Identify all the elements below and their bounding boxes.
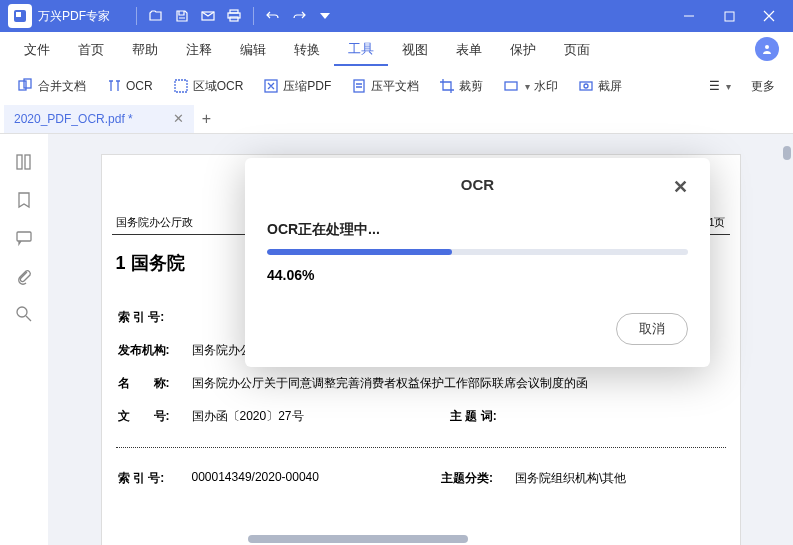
menu-item-7[interactable]: 视图: [388, 35, 442, 65]
merge-icon: [18, 78, 34, 94]
menu-item-10[interactable]: 页面: [550, 35, 604, 65]
table-row: 名 称:国务院办公厅关于同意调整完善消费者权益保护工作部际联席会议制度的函: [112, 367, 730, 400]
mail-icon[interactable]: [195, 3, 221, 29]
menu-item-8[interactable]: 表单: [442, 35, 496, 65]
titlebar: 万兴PDF专家: [0, 0, 793, 32]
attachment-icon[interactable]: [14, 266, 34, 286]
divider: [136, 7, 137, 25]
cell: 国办函〔2020〕27号: [186, 400, 445, 433]
label: 压缩PDF: [283, 78, 331, 95]
label: OCR: [126, 79, 153, 93]
status-text: OCR正在处理中...: [267, 221, 688, 239]
svg-rect-17: [25, 155, 30, 169]
svg-rect-14: [580, 82, 592, 90]
close-button[interactable]: [749, 0, 789, 32]
label: 更多: [751, 78, 775, 95]
menubar: 文件首页帮助注释编辑转换工具视图表单保护页面: [0, 32, 793, 68]
cell: [518, 400, 729, 433]
cell: 主题分类:: [435, 462, 509, 495]
metadata-table: 索 引 号:000014349/2020-00040主题分类:国务院组织机构\其…: [112, 462, 730, 495]
cell: 000014349/2020-00040: [186, 462, 435, 495]
horizontal-scrollbar[interactable]: [248, 535, 468, 543]
svg-rect-18: [17, 232, 31, 241]
svg-rect-8: [19, 81, 26, 90]
svg-point-7: [765, 45, 769, 49]
cancel-button[interactable]: 取消: [616, 313, 688, 345]
ocr-button[interactable]: OCR: [98, 74, 161, 98]
page-header-left: 国务院办公厅政: [116, 215, 193, 230]
document-tab[interactable]: 2020_PDF_OCR.pdf * ✕: [4, 105, 194, 133]
menu-item-5[interactable]: 转换: [280, 35, 334, 65]
label: 水印: [534, 78, 558, 95]
svg-rect-6: [725, 12, 734, 21]
merge-button[interactable]: 合并文档: [10, 74, 94, 99]
save-icon[interactable]: [169, 3, 195, 29]
app-name: 万兴PDF专家: [38, 8, 110, 25]
more-button[interactable]: 更多: [743, 74, 783, 99]
label: 裁剪: [459, 78, 483, 95]
table-row: 文 号:国办函〔2020〕27号主 题 词:: [112, 400, 730, 433]
minimize-button[interactable]: [669, 0, 709, 32]
menu-item-4[interactable]: 编辑: [226, 35, 280, 65]
toolbar-menu-button[interactable]: ☰▾: [701, 75, 739, 97]
undo-icon[interactable]: [260, 3, 286, 29]
area-ocr-button[interactable]: 区域OCR: [165, 74, 252, 99]
cell: 发布机构:: [112, 334, 186, 367]
vertical-scrollbar[interactable]: [783, 146, 791, 160]
thumbnails-icon[interactable]: [14, 152, 34, 172]
watermark-icon: [503, 78, 519, 94]
label: 区域OCR: [193, 78, 244, 95]
menu-item-6[interactable]: 工具: [334, 34, 388, 66]
svg-point-19: [17, 307, 27, 317]
app-logo: [8, 4, 32, 28]
divider: [253, 7, 254, 25]
menu-item-2[interactable]: 帮助: [118, 35, 172, 65]
close-icon[interactable]: ✕: [173, 111, 184, 126]
search-icon[interactable]: [14, 304, 34, 324]
close-icon[interactable]: ✕: [673, 176, 688, 198]
comment-icon[interactable]: [14, 228, 34, 248]
cell: 索 引 号:: [112, 301, 186, 334]
cell: 索 引 号:: [112, 462, 186, 495]
menu-icon: ☰: [709, 79, 720, 93]
print-icon[interactable]: [221, 3, 247, 29]
progress-bar: [267, 249, 688, 255]
svg-rect-10: [175, 80, 187, 92]
svg-point-15: [584, 84, 588, 88]
chevron-down-icon: ▾: [726, 81, 731, 92]
toolbar: 合并文档 OCR 区域OCR 压缩PDF 压平文档 裁剪 ▾ 水印 截屏 ☰▾ …: [0, 68, 793, 104]
menu-item-0[interactable]: 文件: [10, 35, 64, 65]
ocr-icon: [106, 78, 122, 94]
open-icon[interactable]: [143, 3, 169, 29]
bookmark-icon[interactable]: [14, 190, 34, 210]
menu-item-1[interactable]: 首页: [64, 35, 118, 65]
compress-icon: [263, 78, 279, 94]
more-icon[interactable]: [312, 3, 338, 29]
avatar[interactable]: [755, 37, 779, 61]
side-panel: [0, 134, 48, 545]
label: 合并文档: [38, 78, 86, 95]
flatten-button[interactable]: 压平文档: [343, 74, 427, 99]
progress-fill: [267, 249, 452, 255]
cell: 名 称:: [112, 367, 186, 400]
screenshot-button[interactable]: 截屏: [570, 74, 630, 99]
compress-button[interactable]: 压缩PDF: [255, 74, 339, 99]
divider: [116, 447, 726, 448]
tabbar: 2020_PDF_OCR.pdf * ✕ +: [0, 104, 793, 134]
dialog-title: OCR: [461, 176, 494, 193]
label: 压平文档: [371, 78, 419, 95]
cell: 主 题 词:: [444, 400, 518, 433]
cell: 国务院组织机构\其他: [509, 462, 730, 495]
label: 截屏: [598, 78, 622, 95]
maximize-button[interactable]: [709, 0, 749, 32]
menu-item-3[interactable]: 注释: [172, 35, 226, 65]
menu-item-9[interactable]: 保护: [496, 35, 550, 65]
add-tab-button[interactable]: +: [202, 110, 211, 128]
svg-rect-9: [24, 79, 31, 88]
crop-button[interactable]: 裁剪: [431, 74, 491, 99]
progress-percent: 44.06%: [267, 267, 688, 283]
watermark-button[interactable]: ▾ 水印: [495, 74, 566, 99]
svg-rect-16: [17, 155, 22, 169]
crop-icon: [439, 78, 455, 94]
redo-icon[interactable]: [286, 3, 312, 29]
